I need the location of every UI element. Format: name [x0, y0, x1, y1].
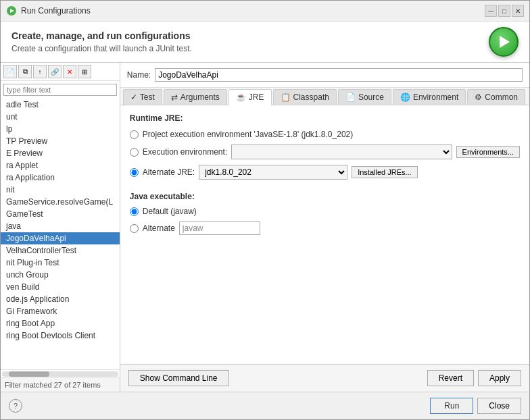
list-item[interactable]: nit — [1, 184, 120, 196]
list-item[interactable]: ven Build — [1, 281, 120, 293]
common-tab-label: Common — [485, 93, 518, 102]
link-button[interactable]: 🔗 — [48, 65, 62, 78]
alternate-exec-input[interactable] — [179, 221, 260, 235]
apply-button[interactable]: Apply — [478, 370, 521, 386]
sidebar-filter-area — [1, 81, 120, 99]
alternate-jre-dropdown[interactable]: jdk1.8.0_202 — [199, 165, 347, 180]
default-javaw-radio[interactable] — [130, 207, 139, 216]
close-button[interactable]: ✕ — [512, 5, 524, 17]
list-item[interactable]: ring Boot Devtools Client — [1, 330, 120, 342]
java-exec-group: Default (javaw) Alternate — [130, 207, 520, 235]
classpath-tab-label: Classpath — [293, 93, 329, 102]
test-tab-icon: ✓ — [130, 93, 137, 102]
alternate-jre-row: Alternate JRE: jdk1.8.0_202 Installed JR… — [130, 165, 520, 180]
run-configurations-window: Run Configurations ─ □ ✕ Create, manage,… — [0, 0, 530, 420]
alternate-exec-row: Alternate — [130, 221, 520, 235]
header-subtitle: Create a configuration that will launch … — [11, 44, 489, 53]
collapse-button[interactable]: ⊞ — [78, 65, 91, 78]
help-button[interactable]: ? — [9, 399, 22, 413]
show-command-line-button[interactable]: Show Command Line — [128, 370, 229, 386]
list-item[interactable]: ode.js Application — [1, 293, 120, 305]
tab-classpath[interactable]: 📋 Classpath — [273, 89, 337, 105]
environments-button[interactable]: Environments... — [456, 146, 520, 158]
filter-input[interactable] — [3, 84, 117, 96]
list-item[interactable]: ra Application — [1, 172, 120, 184]
name-label: Name: — [127, 70, 151, 80]
alternate-exec-radio[interactable] — [130, 224, 139, 233]
minimize-button[interactable]: ─ — [485, 5, 497, 17]
footer-actions: Run Close — [430, 398, 521, 414]
sidebar-toolbar: 📄 ⧉ ↑ 🔗 ✕ ⊞ — [1, 63, 120, 81]
title-bar: Run Configurations ─ □ ✕ — [1, 1, 529, 22]
bottom-bar-right: Revert Apply — [427, 370, 521, 386]
tab-environment[interactable]: 🌐 Environment — [393, 89, 466, 105]
installed-jres-button[interactable]: Installed JREs... — [352, 166, 417, 178]
environment-tab-icon: 🌐 — [400, 93, 410, 102]
run-icon-button[interactable] — [489, 27, 519, 57]
tab-test[interactable]: ✓ Test — [123, 89, 162, 105]
tab-arguments[interactable]: ⇄ Arguments — [164, 89, 227, 105]
play-triangle-icon — [500, 36, 510, 48]
new-config-button[interactable]: 📄 — [3, 65, 17, 78]
list-item[interactable]: java — [1, 220, 120, 232]
arguments-tab-label: Arguments — [180, 93, 220, 102]
list-item[interactable]: lp — [1, 123, 120, 135]
main-panel: Name: ✓ Test ⇄ Arguments ☕ JRE 📋 — [120, 63, 529, 392]
project-env-radio[interactable] — [130, 130, 139, 139]
delete-button[interactable]: ✕ — [63, 65, 76, 78]
java-exec-section: Java executable: Default (javaw) Alterna… — [130, 192, 520, 235]
list-item[interactable]: nit Plug-in Test — [1, 257, 120, 269]
list-item-selected[interactable]: JogoDaVelhaApi — [1, 232, 120, 244]
source-tab-label: Source — [358, 93, 384, 102]
execution-env-radio[interactable] — [130, 148, 139, 157]
window-title: Run Configurations — [21, 6, 481, 16]
bottom-bar-left: Show Command Line — [128, 370, 229, 386]
sidebar: 📄 ⧉ ↑ 🔗 ✕ ⊞ adle Test unt lp TP Preview … — [1, 63, 120, 392]
maximize-button[interactable]: □ — [498, 5, 510, 17]
jre-tab-content: Runtime JRE: Project execution environme… — [120, 105, 529, 364]
scroll-thumb[interactable] — [9, 371, 49, 377]
java-exec-title: Java executable: — [130, 192, 520, 201]
list-item[interactable]: Gi Framework — [1, 305, 120, 317]
alternate-jre-radio[interactable] — [130, 168, 139, 177]
tab-source[interactable]: 📄 Source — [338, 89, 391, 105]
header-text: Create, manage, and run configurations C… — [11, 30, 489, 53]
alternate-jre-label: Alternate JRE: — [143, 167, 195, 177]
duplicate-button[interactable]: ⧉ — [18, 65, 32, 78]
revert-button[interactable]: Revert — [427, 370, 474, 386]
close-button[interactable]: Close — [477, 398, 521, 414]
window-controls: ─ □ ✕ — [485, 5, 524, 17]
list-item[interactable]: adle Test — [1, 99, 120, 111]
runtime-jre-title: Runtime JRE: — [130, 113, 520, 123]
sidebar-list: adle Test unt lp TP Preview E Preview ra… — [1, 99, 120, 369]
common-tab-icon: ⚙ — [475, 93, 482, 102]
scroll-track — [2, 371, 118, 377]
tab-bar: ✓ Test ⇄ Arguments ☕ JRE 📋 Classpath 📄 — [120, 88, 529, 105]
arguments-tab-icon: ⇄ — [171, 93, 178, 102]
run-button[interactable]: Run — [430, 398, 473, 414]
list-item[interactable]: GameTest — [1, 208, 120, 220]
list-item[interactable]: TP Preview — [1, 135, 120, 147]
list-item[interactable]: E Preview — [1, 147, 120, 159]
list-item[interactable]: GameService.resolveGame(L — [1, 196, 120, 208]
default-javaw-label: Default (javaw) — [143, 207, 197, 216]
tab-common[interactable]: ⚙ Common — [467, 89, 525, 105]
list-item[interactable]: ring Boot App — [1, 317, 120, 330]
list-item[interactable]: unt — [1, 111, 120, 123]
list-item[interactable]: unch Group — [1, 269, 120, 281]
execution-env-dropdown[interactable] — [231, 145, 452, 159]
footer: ? Run Close — [1, 392, 529, 419]
sidebar-scrollbar[interactable] — [1, 369, 120, 377]
execution-env-row: Execution environment: Environments... — [130, 145, 520, 159]
list-item[interactable]: VelhaControllerTest — [1, 244, 120, 257]
environment-tab-label: Environment — [413, 93, 458, 102]
tab-jre[interactable]: ☕ JRE — [228, 89, 272, 105]
list-item[interactable]: ra Applet — [1, 159, 120, 172]
bottom-bar: Show Command Line Revert Apply — [120, 364, 529, 392]
alternate-exec-label: Alternate — [143, 224, 175, 233]
source-tab-icon: 📄 — [345, 93, 356, 102]
export-button[interactable]: ↑ — [33, 65, 47, 78]
content-area: 📄 ⧉ ↑ 🔗 ✕ ⊞ adle Test unt lp TP Preview … — [1, 63, 529, 392]
name-input[interactable] — [155, 68, 523, 82]
header-title: Create, manage, and run configurations — [11, 30, 489, 41]
